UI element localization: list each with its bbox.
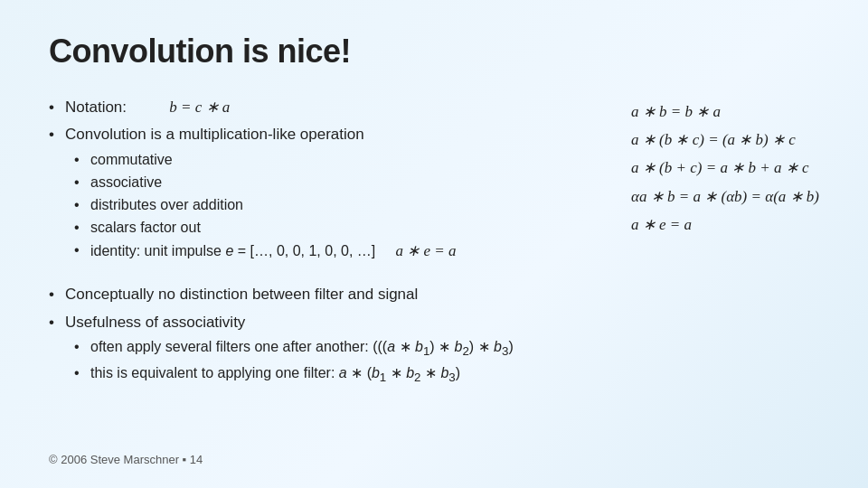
math-line-5: a ∗ e = a	[631, 212, 819, 237]
math-line-1: a ∗ b = b ∗ a	[631, 99, 819, 124]
math-block: a ∗ b = b ∗ a a ∗ (b ∗ c) = (a ∗ b) ∗ c …	[631, 99, 819, 237]
sub-label-distributes: distributes over addition	[90, 194, 243, 216]
sub-label-commutative: commutative	[90, 149, 173, 171]
usefulness-label: Usefulness of associativity	[65, 314, 245, 331]
sub-sub-bullet-often: • often apply several filters one after …	[74, 336, 819, 361]
math-line-4: αa ∗ b = a ∗ (αb) = α(a ∗ b)	[631, 184, 819, 209]
main-bullet-list-2: • Conceptually no distinction between fi…	[49, 283, 819, 391]
bullet-conceptually-content: Conceptually no distinction between filt…	[65, 283, 819, 306]
sub-sub-bullet-equivalent: • this is equivalent to applying one fil…	[74, 362, 819, 388]
bullet-usefulness: • Usefulness of associativity • often ap…	[49, 311, 819, 389]
convolution-label: Convolution is a multiplication-like ope…	[65, 126, 364, 143]
sub-label-associative: associative	[90, 172, 162, 193]
footer: © 2006 Steve Marschner ▪ 14	[49, 442, 819, 466]
sub-dot-2: •	[74, 172, 90, 193]
math-line-2: a ∗ (b ∗ c) = (a ∗ b) ∗ c	[631, 127, 819, 152]
sub-dot-1: •	[74, 149, 90, 171]
sub-sub-bullet-list: • often apply several filters one after …	[74, 336, 819, 388]
sub-dot-5: •	[74, 239, 90, 261]
sub-sub-dot-1: •	[74, 336, 90, 359]
sub-label-identity: identity: unit impulse e = […, 0, 0, 1, …	[90, 239, 457, 263]
notation-math: b = c ∗ a	[169, 99, 230, 116]
math-line-3: a ∗ (b + c) = a ∗ b + a ∗ c	[631, 155, 819, 180]
bullet-conceptually: • Conceptually no distinction between fi…	[49, 283, 819, 306]
sub-bullet-identity: • identity: unit impulse e = […, 0, 0, 1…	[74, 239, 819, 263]
sub-sub-label-often: often apply several filters one after an…	[90, 336, 514, 361]
slide-title: Convolution is nice!	[49, 33, 819, 70]
identity-math: a ∗ e = a	[396, 242, 457, 259]
bullet-dot-3: •	[49, 283, 65, 306]
sub-dot-3: •	[74, 194, 90, 216]
slide: Convolution is nice! • Notation: b = c ∗…	[0, 0, 868, 488]
sub-sub-dot-2: •	[74, 362, 90, 385]
sub-label-scalars: scalars factor out	[90, 217, 201, 239]
notation-label: Notation:	[65, 99, 127, 116]
bullet-usefulness-content: Usefulness of associativity • often appl…	[65, 311, 819, 389]
bullet-dot-1: •	[49, 96, 65, 119]
sub-dot-4: •	[74, 217, 90, 239]
sub-sub-label-equivalent: this is equivalent to applying one filte…	[90, 362, 460, 388]
bullet-dot-4: •	[49, 311, 65, 334]
bullet-dot-2: •	[49, 123, 65, 146]
